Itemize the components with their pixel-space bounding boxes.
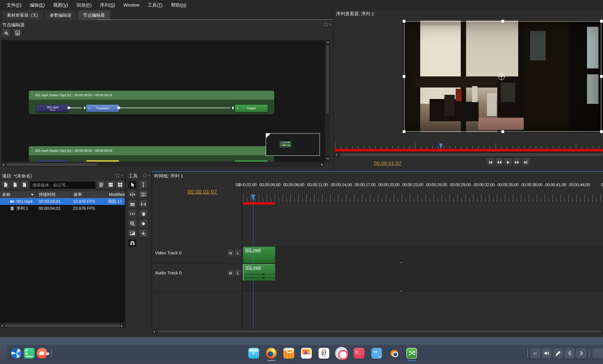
tab-2[interactable]: 节点编辑器 [78, 10, 110, 20]
volume-tray-button[interactable] [542, 348, 552, 358]
gizmo-handle[interactable] [600, 75, 603, 78]
play-button[interactable] [504, 158, 512, 167]
float-panel-icon[interactable] [116, 174, 119, 177]
node-output[interactable]: Output› [235, 104, 268, 112]
menu-item-0[interactable]: 文件(F) [2, 2, 25, 8]
scroll-arrow-icon[interactable] [121, 325, 123, 327]
slide-tool-button[interactable] [128, 210, 137, 218]
overview-toggle-button[interactable] [13, 29, 22, 37]
menu-item-3[interactable]: 回放(P) [72, 2, 96, 8]
node-音量[interactable]: 音量› [86, 160, 119, 162]
node-output[interactable]: Output› [235, 160, 268, 162]
menu-item-7[interactable]: 帮助(H) [167, 2, 190, 8]
node-group-header[interactable]: 001.mp4 (Video Clip) [V] :: 00:00:00;00 … [29, 91, 274, 100]
gizmo-handle[interactable] [501, 130, 504, 133]
dock-icon-app-store[interactable] [283, 348, 294, 359]
float-panel-icon[interactable] [143, 174, 146, 177]
tree-view-button[interactable] [97, 181, 106, 189]
scroll-arrow-icon[interactable] [326, 42, 329, 43]
project-table[interactable]: 名称持续时间速率Modified001.mp400:00:04;0123.976… [0, 191, 125, 323]
dock-icon-olive[interactable] [406, 348, 417, 359]
menu-item-2[interactable]: 视图(V) [49, 2, 72, 8]
lock-button[interactable]: L [235, 270, 241, 277]
record-tool-button[interactable] [139, 219, 148, 228]
node-group-video[interactable]: 001.mp4 (Video Clip) [V] :: 00:00:00;00 … [29, 91, 274, 114]
menu-item-6[interactable]: 工具(T) [144, 2, 167, 8]
float-panel-icon[interactable] [324, 23, 327, 26]
vertical-divider[interactable] [125, 172, 126, 329]
rolling-tool-button[interactable] [139, 190, 148, 199]
ripple-tool-button[interactable] [128, 190, 137, 199]
gizmo-handle[interactable] [501, 20, 504, 23]
menu-item-1[interactable]: 编辑(E) [25, 2, 49, 8]
scroll-arrow-icon[interactable] [1, 325, 3, 327]
add-tool-button[interactable] [139, 229, 148, 238]
viewer-scrollbar[interactable] [335, 152, 603, 157]
gizmo-handle[interactable] [403, 20, 406, 23]
bluetooth-tray-button[interactable] [565, 348, 575, 358]
node-transform[interactable]: Transform› [86, 104, 119, 112]
skip-start-button[interactable] [486, 158, 495, 167]
node-group-header[interactable]: 001.mp4 (Audio Clip) [A] :: 00:00:00;00 … [29, 146, 274, 155]
node-editor-vertical-scrollbar[interactable] [325, 40, 330, 162]
dock-icon-terminal[interactable] [354, 348, 364, 359]
close-panel-icon[interactable]: × [148, 174, 151, 177]
scroll-handle[interactable] [5, 324, 120, 327]
timeline-body[interactable]: 000:00:02;0000:00:05;0000:00:08;0000:00:… [152, 172, 603, 329]
vertical-divider[interactable] [333, 10, 334, 171]
tab-0[interactable]: 素材查看器: (无) [1, 10, 44, 20]
open-project-button[interactable] [11, 181, 20, 189]
scroll-arrow-icon[interactable] [336, 153, 337, 156]
scroll-handle[interactable] [340, 153, 603, 157]
pointer-tool-button[interactable] [128, 181, 137, 189]
tray-overflow-button[interactable] [592, 348, 603, 358]
node-media[interactable]: 001.mp4Media [36, 160, 69, 162]
scroll-handle[interactable] [6, 163, 97, 166]
dock-icon-blender[interactable] [389, 348, 399, 359]
expander-chevron-icon[interactable]: › [88, 106, 90, 110]
scroll-handle[interactable] [326, 45, 329, 114]
anchor-crosshair-icon[interactable] [499, 74, 505, 80]
snapping-tool-button[interactable] [128, 239, 137, 247]
fast-forward-button[interactable] [513, 158, 521, 167]
audio-clip[interactable]: 001.mp4 [243, 264, 275, 281]
pen-tray-button[interactable] [553, 348, 563, 358]
scroll-arrow-icon[interactable] [153, 330, 155, 333]
viewer-ruler[interactable] [335, 142, 603, 151]
dock-icon-text-editor[interactable] [371, 348, 382, 359]
table-row[interactable]: 序列 100:00:04;0123.976 FPS [0, 205, 125, 212]
mute-button[interactable]: M [227, 270, 234, 277]
search-input[interactable] [30, 181, 96, 189]
gizmo-handle[interactable] [600, 130, 603, 133]
skip-end-button[interactable] [522, 158, 530, 167]
gizmo-handle[interactable] [403, 130, 406, 133]
node-graph-canvas[interactable]: 001.mp4 (Video Clip) [V] :: 00:00:00;00 … [1, 40, 325, 162]
expander-chevron-icon[interactable]: › [237, 106, 238, 110]
rewind-button[interactable] [495, 158, 503, 167]
node-group-audio[interactable]: 001.mp4 (Audio Clip) [A] :: 00:00:00;00 … [29, 146, 274, 162]
timeline-scrollbar[interactable] [152, 329, 603, 334]
dock-icon-launcher[interactable] [11, 348, 22, 359]
list-view-button[interactable] [106, 181, 115, 189]
gizmo-handle[interactable] [403, 75, 406, 78]
video-clip[interactable]: 001.mp4 [243, 247, 275, 263]
dock-icon-firefox[interactable] [266, 348, 277, 359]
scroll-arrow-icon[interactable] [321, 163, 323, 166]
column-header-3[interactable]: Modified [107, 191, 125, 198]
lock-button[interactable]: L [235, 250, 241, 257]
icon-view-button[interactable] [116, 181, 124, 189]
node-editor-horizontal-scrollbar[interactable] [1, 162, 325, 167]
gizmo-handle[interactable] [600, 20, 603, 23]
project-scrollbar[interactable] [0, 323, 125, 328]
menu-item-4[interactable]: 序列(S) [96, 2, 119, 8]
expand-chevron-button[interactable] [576, 348, 586, 358]
close-panel-icon[interactable]: × [329, 23, 332, 26]
dock-icon-launchpad[interactable] [24, 348, 35, 359]
tab-1[interactable]: 参数编辑器 [45, 10, 77, 20]
slip-tool-button[interactable] [139, 200, 148, 208]
viewer-timecode[interactable]: 00:00:01;07 [374, 160, 402, 166]
keyboard-tray-button[interactable] [530, 348, 540, 358]
edit-tool-button[interactable] [139, 181, 148, 189]
dock-icon-control-center[interactable] [336, 348, 347, 359]
scroll-arrow-icon[interactable] [326, 158, 329, 159]
